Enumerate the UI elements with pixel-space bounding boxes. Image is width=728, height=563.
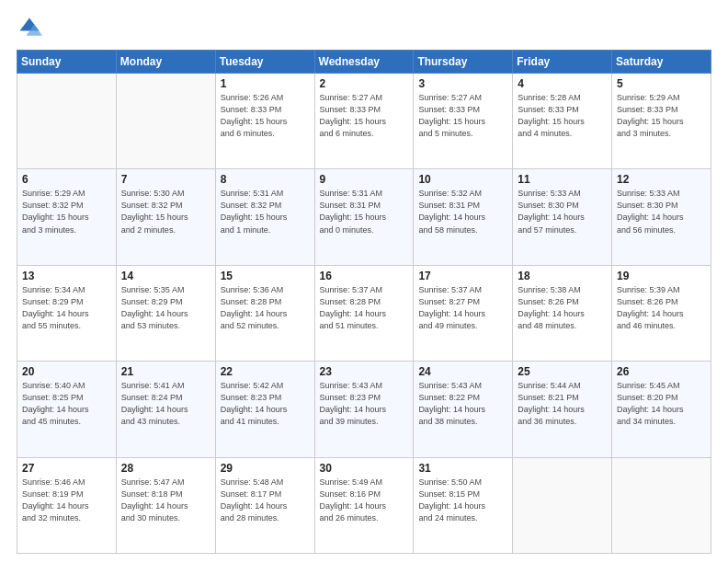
calendar-header-saturday: Saturday (612, 51, 711, 74)
day-number: 20 (22, 365, 111, 378)
calendar-week-2: 6Sunrise: 5:29 AM Sunset: 8:32 PM Daylig… (17, 169, 711, 265)
day-info: Sunrise: 5:31 AM Sunset: 8:32 PM Dayligh… (221, 188, 310, 236)
day-info: Sunrise: 5:37 AM Sunset: 8:27 PM Dayligh… (418, 284, 507, 332)
calendar-cell: 12Sunrise: 5:33 AM Sunset: 8:30 PM Dayli… (612, 169, 711, 265)
day-number: 14 (121, 270, 210, 282)
day-info: Sunrise: 5:30 AM Sunset: 8:32 PM Dayligh… (121, 188, 210, 236)
day-number: 18 (518, 270, 607, 282)
calendar-cell: 10Sunrise: 5:32 AM Sunset: 8:31 PM Dayli… (414, 169, 513, 265)
calendar-week-1: 1Sunrise: 5:26 AM Sunset: 8:33 PM Daylig… (17, 74, 711, 169)
day-info: Sunrise: 5:48 AM Sunset: 8:17 PM Dayligh… (221, 477, 310, 524)
day-info: Sunrise: 5:28 AM Sunset: 8:33 PM Dayligh… (518, 92, 607, 140)
calendar-cell: 5Sunrise: 5:29 AM Sunset: 8:33 PM Daylig… (612, 74, 711, 169)
day-info: Sunrise: 5:32 AM Sunset: 8:31 PM Dayligh… (418, 188, 507, 236)
calendar-header-sunday: Sunday (17, 51, 117, 74)
calendar-cell: 29Sunrise: 5:48 AM Sunset: 8:17 PM Dayli… (215, 457, 314, 553)
day-info: Sunrise: 5:42 AM Sunset: 8:23 PM Dayligh… (221, 380, 310, 428)
day-number: 15 (221, 270, 310, 282)
day-number: 3 (418, 77, 507, 90)
day-info: Sunrise: 5:27 AM Sunset: 8:33 PM Dayligh… (320, 92, 409, 140)
day-info: Sunrise: 5:40 AM Sunset: 8:25 PM Dayligh… (22, 380, 111, 428)
calendar-table: SundayMondayTuesdayWednesdayThursdayFrid… (17, 50, 711, 554)
day-number: 31 (418, 462, 507, 475)
calendar-header-tuesday: Tuesday (215, 51, 314, 74)
calendar-header-monday: Monday (116, 51, 215, 74)
calendar-cell: 4Sunrise: 5:28 AM Sunset: 8:33 PM Daylig… (513, 74, 612, 169)
day-number: 1 (221, 77, 310, 90)
day-number: 11 (518, 173, 607, 186)
day-info: Sunrise: 5:38 AM Sunset: 8:26 PM Dayligh… (518, 284, 607, 332)
calendar-cell: 25Sunrise: 5:44 AM Sunset: 8:21 PM Dayli… (513, 362, 612, 457)
day-number: 23 (320, 365, 409, 378)
day-number: 9 (320, 173, 409, 186)
calendar-header-friday: Friday (513, 51, 612, 74)
day-number: 29 (221, 462, 310, 475)
day-info: Sunrise: 5:35 AM Sunset: 8:29 PM Dayligh… (121, 284, 210, 332)
day-info: Sunrise: 5:44 AM Sunset: 8:21 PM Dayligh… (518, 380, 607, 428)
day-info: Sunrise: 5:47 AM Sunset: 8:18 PM Dayligh… (121, 477, 210, 524)
logo (17, 15, 46, 40)
calendar-cell: 18Sunrise: 5:38 AM Sunset: 8:26 PM Dayli… (513, 265, 612, 361)
calendar-cell: 31Sunrise: 5:50 AM Sunset: 8:15 PM Dayli… (414, 457, 513, 553)
calendar-cell: 24Sunrise: 5:43 AM Sunset: 8:22 PM Dayli… (414, 362, 513, 457)
day-info: Sunrise: 5:49 AM Sunset: 8:16 PM Dayligh… (320, 477, 409, 524)
day-info: Sunrise: 5:29 AM Sunset: 8:32 PM Dayligh… (22, 188, 111, 236)
calendar-cell (116, 74, 215, 169)
calendar-cell: 23Sunrise: 5:43 AM Sunset: 8:23 PM Dayli… (314, 362, 414, 457)
calendar-cell: 19Sunrise: 5:39 AM Sunset: 8:26 PM Dayli… (612, 265, 711, 361)
calendar-cell: 2Sunrise: 5:27 AM Sunset: 8:33 PM Daylig… (314, 74, 414, 169)
calendar-cell: 8Sunrise: 5:31 AM Sunset: 8:32 PM Daylig… (215, 169, 314, 265)
day-info: Sunrise: 5:46 AM Sunset: 8:19 PM Dayligh… (22, 477, 111, 524)
day-number: 25 (518, 365, 607, 378)
day-number: 7 (121, 173, 210, 186)
day-info: Sunrise: 5:26 AM Sunset: 8:33 PM Dayligh… (221, 92, 310, 140)
day-info: Sunrise: 5:39 AM Sunset: 8:26 PM Dayligh… (617, 284, 706, 332)
calendar-cell: 1Sunrise: 5:26 AM Sunset: 8:33 PM Daylig… (215, 74, 314, 169)
page: SundayMondayTuesdayWednesdayThursdayFrid… (0, 0, 728, 563)
logo-icon (17, 15, 42, 40)
day-number: 16 (320, 270, 409, 282)
day-number: 12 (617, 173, 706, 186)
day-info: Sunrise: 5:33 AM Sunset: 8:30 PM Dayligh… (617, 188, 706, 236)
calendar-cell: 17Sunrise: 5:37 AM Sunset: 8:27 PM Dayli… (414, 265, 513, 361)
day-info: Sunrise: 5:29 AM Sunset: 8:33 PM Dayligh… (617, 92, 706, 140)
day-info: Sunrise: 5:41 AM Sunset: 8:24 PM Dayligh… (121, 380, 210, 428)
calendar-cell: 9Sunrise: 5:31 AM Sunset: 8:31 PM Daylig… (314, 169, 414, 265)
header (17, 15, 711, 40)
calendar-cell (612, 457, 711, 553)
calendar-cell: 15Sunrise: 5:36 AM Sunset: 8:28 PM Dayli… (215, 265, 314, 361)
calendar-cell: 11Sunrise: 5:33 AM Sunset: 8:30 PM Dayli… (513, 169, 612, 265)
day-number: 19 (617, 270, 706, 282)
day-info: Sunrise: 5:50 AM Sunset: 8:15 PM Dayligh… (418, 477, 507, 524)
calendar-cell: 16Sunrise: 5:37 AM Sunset: 8:28 PM Dayli… (314, 265, 414, 361)
day-number: 4 (518, 77, 607, 90)
calendar-header-thursday: Thursday (414, 51, 513, 74)
day-number: 6 (22, 173, 111, 186)
calendar-cell: 20Sunrise: 5:40 AM Sunset: 8:25 PM Dayli… (17, 362, 117, 457)
day-info: Sunrise: 5:43 AM Sunset: 8:23 PM Dayligh… (320, 380, 409, 428)
day-number: 13 (22, 270, 111, 282)
day-number: 8 (221, 173, 310, 186)
calendar-header-wednesday: Wednesday (314, 51, 414, 74)
calendar-cell: 6Sunrise: 5:29 AM Sunset: 8:32 PM Daylig… (17, 169, 117, 265)
day-info: Sunrise: 5:45 AM Sunset: 8:20 PM Dayligh… (617, 380, 706, 428)
day-info: Sunrise: 5:43 AM Sunset: 8:22 PM Dayligh… (418, 380, 507, 428)
calendar-cell: 14Sunrise: 5:35 AM Sunset: 8:29 PM Dayli… (116, 265, 215, 361)
day-info: Sunrise: 5:27 AM Sunset: 8:33 PM Dayligh… (418, 92, 507, 140)
calendar-cell: 13Sunrise: 5:34 AM Sunset: 8:29 PM Dayli… (17, 265, 117, 361)
day-number: 5 (617, 77, 706, 90)
day-info: Sunrise: 5:33 AM Sunset: 8:30 PM Dayligh… (518, 188, 607, 236)
calendar-cell (17, 74, 117, 169)
calendar-header-row: SundayMondayTuesdayWednesdayThursdayFrid… (17, 51, 711, 74)
calendar-cell: 3Sunrise: 5:27 AM Sunset: 8:33 PM Daylig… (414, 74, 513, 169)
day-number: 21 (121, 365, 210, 378)
day-number: 30 (320, 462, 409, 475)
calendar-cell (513, 457, 612, 553)
calendar-cell: 22Sunrise: 5:42 AM Sunset: 8:23 PM Dayli… (215, 362, 314, 457)
calendar-week-5: 27Sunrise: 5:46 AM Sunset: 8:19 PM Dayli… (17, 457, 711, 553)
calendar-cell: 7Sunrise: 5:30 AM Sunset: 8:32 PM Daylig… (116, 169, 215, 265)
day-number: 17 (418, 270, 507, 282)
day-info: Sunrise: 5:31 AM Sunset: 8:31 PM Dayligh… (320, 188, 409, 236)
day-number: 10 (418, 173, 507, 186)
day-info: Sunrise: 5:34 AM Sunset: 8:29 PM Dayligh… (22, 284, 111, 332)
